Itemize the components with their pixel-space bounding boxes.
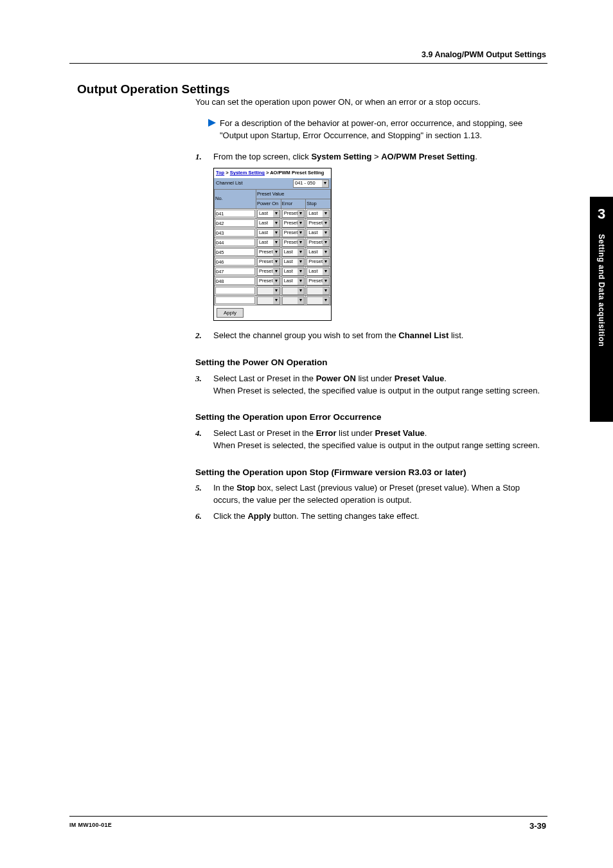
table-row: Last▾Preset▾Last▾ <box>215 228 331 238</box>
no-input[interactable] <box>215 287 255 294</box>
poweron-select[interactable]: Preset▾ <box>257 248 280 257</box>
bc-syssetting-link[interactable]: System Setting <box>230 170 265 176</box>
section-header: 3.9 Analog/PWM Output Settings <box>422 50 546 59</box>
cell-no <box>215 209 256 219</box>
note-text: For a description of the behavior at pow… <box>220 118 522 140</box>
stop-select[interactable]: Last▾ <box>306 229 330 237</box>
chevron-down-icon: ▾ <box>273 249 280 256</box>
error-select[interactable]: Last▾ <box>282 277 305 285</box>
table-row: Preset▾Last▾Last▾ <box>215 248 331 257</box>
chevron-down-icon: ▾ <box>323 239 329 246</box>
intro-text: You can set the operation upon power ON,… <box>195 96 542 109</box>
error-select: ▾ <box>282 296 305 305</box>
poweron-select[interactable]: Last▾ <box>257 219 280 228</box>
stop-select[interactable]: Preset▾ <box>306 258 330 266</box>
table-row-empty: ▾▾▾ <box>215 286 331 296</box>
chevron-down-icon: ▾ <box>273 239 280 246</box>
no-input[interactable] <box>215 219 255 227</box>
chevron-down-icon: ▾ <box>273 268 280 275</box>
chevron-down-icon: ▾ <box>298 239 304 246</box>
bc-top-link[interactable]: Top <box>216 170 224 176</box>
step-2: 2. Select the channel group you wish to … <box>195 330 542 342</box>
table-row: Preset▾Last▾Last▾ <box>215 267 331 276</box>
cell-no <box>215 219 256 228</box>
step-5: 5. In the Stop box, select Last (previou… <box>195 482 542 507</box>
table-row: Preset▾Last▾Preset▾ <box>215 257 331 267</box>
poweron-select[interactable]: Last▾ <box>257 239 280 247</box>
error-select[interactable]: Last▾ <box>282 248 305 257</box>
poweron-select[interactable]: Preset▾ <box>257 267 280 276</box>
poweron-select[interactable]: Last▾ <box>257 229 280 237</box>
stop-select[interactable]: Preset▾ <box>306 277 330 285</box>
chapter-number: 3 <box>590 197 613 234</box>
step-number: 2. <box>195 330 202 342</box>
error-select[interactable]: Preset▾ <box>282 210 305 218</box>
step-number: 3. <box>195 373 202 385</box>
note-block: For a description of the behavior at pow… <box>208 118 542 142</box>
step-number: 6. <box>195 511 202 523</box>
svg-marker-0 <box>208 119 216 127</box>
chevron-down-icon: ▾ <box>323 268 329 275</box>
chevron-down-icon: ▾ <box>323 297 329 304</box>
cell-no <box>215 276 256 286</box>
poweron-select[interactable]: Last▾ <box>257 210 280 218</box>
chevron-down-icon: ▾ <box>273 278 280 285</box>
triangle-icon <box>208 119 216 127</box>
stop-select[interactable]: Last▾ <box>306 248 330 257</box>
apply-button[interactable]: Apply <box>217 308 244 318</box>
chapter-tab: 3 Setting and Data acquisition <box>590 197 613 422</box>
stop-select[interactable]: Last▾ <box>306 210 330 218</box>
error-select[interactable]: Preset▾ <box>282 229 305 237</box>
step-6: 6. Click the Apply button. The setting c… <box>195 511 542 523</box>
chevron-down-icon: ▾ <box>298 210 304 217</box>
error-select[interactable]: Preset▾ <box>282 239 305 247</box>
poweron-select[interactable]: Preset▾ <box>257 277 280 285</box>
no-input[interactable] <box>215 277 255 285</box>
poweron-select[interactable]: Preset▾ <box>257 258 280 266</box>
chevron-down-icon: ▾ <box>273 297 280 304</box>
error-select: ▾ <box>282 287 305 295</box>
page-title: Output Operation Settings <box>77 82 230 96</box>
footer-doc-id: IM MW100-01E <box>69 822 112 828</box>
chevron-down-icon: ▾ <box>323 278 329 285</box>
channel-range-select[interactable]: 041 - 050 ▾ <box>293 179 329 188</box>
stop-select[interactable]: Preset▾ <box>306 239 330 247</box>
channel-list-bar: Channel List 041 - 050 ▾ <box>214 178 331 189</box>
breadcrumb: Top > System Setting > AO/PWM Preset Set… <box>214 168 331 178</box>
stop-select[interactable]: Last▾ <box>306 267 330 276</box>
col-stop: Stop <box>306 199 331 209</box>
subhead-stop: Setting the Operation upon Stop (Firmwar… <box>195 466 542 479</box>
content-area: You can set the operation upon power ON,… <box>195 96 542 527</box>
col-preset: Preset Value <box>256 190 330 199</box>
no-input[interactable] <box>215 210 255 217</box>
chevron-down-icon: ▾ <box>298 287 304 294</box>
chevron-down-icon: ▾ <box>273 287 280 294</box>
error-select[interactable]: Preset▾ <box>282 219 305 228</box>
chevron-down-icon: ▾ <box>273 220 280 227</box>
chevron-down-icon: ▾ <box>322 180 328 187</box>
chevron-down-icon: ▾ <box>298 249 304 256</box>
no-input[interactable] <box>215 239 255 246</box>
preset-table: No. Preset Value Power On Error Stop Las… <box>214 189 331 305</box>
chevron-down-icon: ▾ <box>323 210 329 217</box>
error-select[interactable]: Last▾ <box>282 267 305 276</box>
no-input[interactable] <box>215 229 255 237</box>
table-row-empty: ▾▾▾ <box>215 296 331 305</box>
table-row: Last▾Preset▾Last▾ <box>215 209 331 219</box>
error-select[interactable]: Last▾ <box>282 258 305 266</box>
no-input[interactable] <box>215 258 255 266</box>
stop-select[interactable]: Preset▾ <box>306 219 330 228</box>
no-input[interactable] <box>215 296 255 304</box>
subhead-poweron: Setting the Power ON Operation <box>195 356 542 369</box>
chevron-down-icon: ▾ <box>273 210 280 217</box>
no-input[interactable] <box>215 267 255 275</box>
table-row: Preset▾Last▾Preset▾ <box>215 276 331 286</box>
preset-setting-screenshot: Top > System Setting > AO/PWM Preset Set… <box>213 168 332 321</box>
cell-no <box>215 257 256 267</box>
chevron-down-icon: ▾ <box>298 278 304 285</box>
step-3: 3. Select Last or Preset in the Power ON… <box>195 373 542 397</box>
chapter-label: Setting and Data acquisition <box>590 234 606 347</box>
col-poweron: Power On <box>256 199 281 209</box>
stop-select: ▾ <box>306 287 330 295</box>
no-input[interactable] <box>215 248 255 256</box>
